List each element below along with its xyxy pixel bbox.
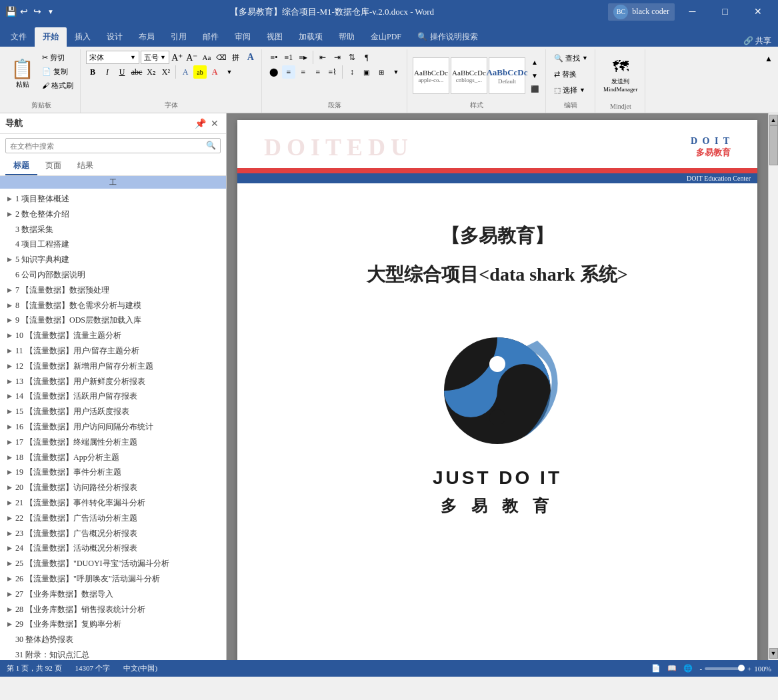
list-item[interactable]: ▶ 13 【流量数据】用户新鲜度分析报表 bbox=[0, 374, 226, 389]
list-item[interactable]: 31 附录：知识点汇总 bbox=[0, 647, 226, 660]
list-item[interactable]: ▶ 12 【流量数据】新增用户留存分析主题 bbox=[0, 359, 226, 374]
cut-button[interactable]: ✂ 剪切 bbox=[39, 51, 76, 64]
tab-design[interactable]: 设计 bbox=[99, 27, 131, 47]
multilevel-list-button[interactable]: ≡▸ bbox=[297, 51, 310, 64]
minimize-button[interactable]: ─ bbox=[677, 0, 707, 23]
list-item[interactable]: ▶ 7 【流量数据】数据预处理 bbox=[0, 283, 226, 298]
font-color-button[interactable]: A bbox=[208, 65, 221, 79]
increase-font-button[interactable]: A⁺ bbox=[171, 51, 184, 64]
highlight-button[interactable]: ab bbox=[193, 65, 207, 79]
styles-expand[interactable]: ⬛ bbox=[528, 83, 541, 96]
border-button[interactable]: ⊞ bbox=[375, 65, 388, 79]
document-scrollbar[interactable]: ▲ ▼ bbox=[768, 113, 778, 660]
restore-button[interactable]: □ bbox=[710, 0, 740, 23]
zoom-slider[interactable] bbox=[705, 667, 745, 670]
list-item[interactable]: ▶ 8 【流量数据】数仓需求分析与建模 bbox=[0, 298, 226, 313]
tab-mailings[interactable]: 邮件 bbox=[195, 27, 227, 47]
nav-pin-button[interactable]: 📌 bbox=[194, 117, 206, 129]
format-painter-button[interactable]: 🖌 格式刷 bbox=[39, 79, 76, 92]
list-item[interactable]: 4 项目工程搭建 bbox=[0, 237, 226, 252]
share-button[interactable]: 🔗 共享 bbox=[743, 35, 771, 47]
align-left-button[interactable]: ⬤ bbox=[267, 65, 281, 79]
superscript-button[interactable]: X² bbox=[159, 65, 173, 79]
italic-button[interactable]: I bbox=[101, 65, 114, 79]
tab-references[interactable]: 引用 bbox=[163, 27, 195, 47]
scroll-down-button[interactable]: ▼ bbox=[769, 648, 778, 659]
style-swatch-1[interactable]: AaBbCcDc apple-co... bbox=[413, 57, 449, 94]
list-item[interactable]: ▶ 5 知识字典构建 bbox=[0, 252, 226, 267]
list-item[interactable]: ▶ 27 【业务库数据】数据导入 bbox=[0, 587, 226, 602]
list-item[interactable]: ▶ 20 【流量数据】访问路径分析报表 bbox=[0, 480, 226, 495]
align-center-button[interactable]: ≡ bbox=[282, 65, 295, 79]
bullet-list-button[interactable]: ≡• bbox=[267, 51, 281, 64]
decrease-font-button[interactable]: A⁻ bbox=[185, 51, 199, 64]
list-item[interactable]: ▶ 24 【流量数据】活动概况分析报表 bbox=[0, 541, 226, 556]
tab-view[interactable]: 视图 bbox=[259, 27, 291, 47]
scroll-thumb[interactable] bbox=[769, 125, 778, 165]
shading-button[interactable]: ▣ bbox=[360, 65, 373, 79]
list-item[interactable]: ▶ 26 【流量数据】"呼朋唤友"活动漏斗分析 bbox=[0, 571, 226, 587]
nav-search-input[interactable] bbox=[6, 140, 202, 152]
list-item[interactable]: ▶ 21 【流量数据】事件转化率漏斗分析 bbox=[0, 495, 226, 511]
tab-insert[interactable]: 插入 bbox=[67, 27, 99, 47]
customize-icon[interactable]: ▼ bbox=[45, 7, 56, 17]
font-name-selector[interactable]: 宋体 ▼ bbox=[86, 51, 139, 64]
select-button[interactable]: ⬚ 选择 ▼ bbox=[551, 83, 588, 97]
list-item[interactable]: ▶ 2 数仓整体介绍 bbox=[0, 207, 226, 222]
copy-button[interactable]: 📄 复制 bbox=[39, 65, 76, 78]
align-dist-button[interactable]: ≡⌇ bbox=[326, 65, 339, 79]
sort-button[interactable]: ⇅ bbox=[345, 51, 359, 64]
bold-button[interactable]: B bbox=[86, 65, 99, 79]
collapse-ribbon-button[interactable]: ▲ bbox=[762, 52, 775, 65]
list-item[interactable]: ▶ 10 【流量数据】流量主题分析 bbox=[0, 328, 226, 343]
view-reading-icon[interactable]: 📖 bbox=[667, 664, 677, 673]
paste-button[interactable]: 📋 粘贴 bbox=[7, 51, 38, 99]
line-spacing-button[interactable]: ↕ bbox=[345, 65, 359, 79]
tab-review[interactable]: 审阅 bbox=[227, 27, 259, 47]
list-item[interactable]: ▶ 1 项目整体概述 bbox=[0, 191, 226, 207]
list-item[interactable]: ▶ 11 【流量数据】用户/留存主题分析 bbox=[0, 343, 226, 359]
tab-help[interactable]: 帮助 bbox=[331, 27, 363, 47]
zoom-in-button[interactable]: + bbox=[747, 665, 751, 673]
list-item[interactable]: 30 整体趋势报表 bbox=[0, 632, 226, 647]
mindmanager-button[interactable]: 🗺 发送到MindManager bbox=[601, 51, 641, 99]
list-item[interactable]: ▶ 19 【流量数据】事件分析主题 bbox=[0, 465, 226, 480]
nav-tab-pages[interactable]: 页面 bbox=[37, 157, 69, 175]
list-item[interactable]: ▶ 28 【业务库数据】销售报表统计分析 bbox=[0, 602, 226, 617]
undo-icon[interactable]: ↩ bbox=[19, 7, 29, 17]
nav-tab-headings[interactable]: 标题 bbox=[5, 157, 37, 175]
zoom-out-button[interactable]: - bbox=[699, 665, 702, 673]
styles-up-arrow[interactable]: ▲ bbox=[528, 56, 541, 69]
decrease-indent-button[interactable]: ⇤ bbox=[316, 51, 329, 64]
list-item[interactable]: ▶ 15 【流量数据】用户活跃度报表 bbox=[0, 404, 226, 419]
list-item[interactable]: ▶ 29 【业务库数据】复购率分析 bbox=[0, 617, 226, 632]
number-list-button[interactable]: ≡1 bbox=[282, 51, 295, 64]
show-marks-button[interactable]: ¶ bbox=[360, 51, 373, 64]
tab-file[interactable]: 文件 bbox=[3, 27, 35, 47]
border-arrow[interactable]: ▼ bbox=[389, 65, 403, 79]
list-item[interactable]: ▶ 17 【流量数据】终端属性分析主题 bbox=[0, 435, 226, 450]
pinyin-button[interactable]: 拼 bbox=[229, 51, 243, 64]
tab-layout[interactable]: 布局 bbox=[131, 27, 163, 47]
styles-down-arrow[interactable]: ▼ bbox=[528, 69, 541, 83]
list-item[interactable]: ▶ 25 【流量数据】"DUOYI寻宝"活动漏斗分析 bbox=[0, 556, 226, 571]
font-color-arrow[interactable]: ▼ bbox=[223, 65, 236, 79]
clear-format-button[interactable]: ⌫ bbox=[215, 51, 228, 64]
subscript-button[interactable]: X₂ bbox=[145, 65, 158, 79]
view-print-icon[interactable]: 📄 bbox=[651, 664, 661, 673]
save-icon[interactable]: 💾 bbox=[5, 7, 16, 17]
tab-home[interactable]: 开始 bbox=[35, 27, 67, 47]
scroll-up-button[interactable]: ▲ bbox=[769, 115, 778, 125]
close-button[interactable]: ✕ bbox=[743, 0, 773, 23]
user-area[interactable]: BC black coder bbox=[608, 3, 675, 21]
tab-addins[interactable]: 加载项 bbox=[291, 27, 331, 47]
view-web-icon[interactable]: 🌐 bbox=[683, 664, 693, 673]
list-item[interactable]: ▶ 14 【流量数据】活跃用户留存报表 bbox=[0, 389, 226, 404]
list-item[interactable]: ▶ 23 【流量数据】广告概况分析报表 bbox=[0, 526, 226, 541]
text-effect-button[interactable]: A bbox=[179, 65, 192, 79]
nav-tab-results[interactable]: 结果 bbox=[69, 157, 101, 175]
nav-search-button[interactable]: 🔍 bbox=[202, 139, 220, 153]
strikethrough-button[interactable]: abc bbox=[130, 65, 143, 79]
increase-indent-button[interactable]: ⇥ bbox=[331, 51, 344, 64]
scroll-track[interactable] bbox=[769, 125, 778, 648]
